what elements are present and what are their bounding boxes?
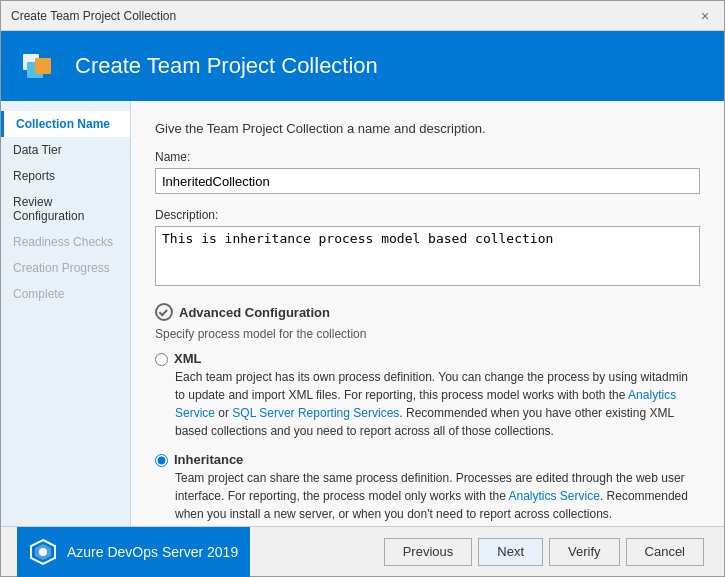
footer-brand-text: Azure DevOps Server 2019 — [67, 544, 238, 560]
sidebar: Collection Name Data Tier Reports Review… — [1, 101, 131, 526]
footer-logo-icon — [29, 538, 57, 566]
svg-rect-2 — [35, 58, 51, 74]
footer: Azure DevOps Server 2019 Previous Next V… — [1, 526, 724, 576]
header-icon — [21, 46, 61, 86]
footer-buttons: Previous Next Verify Cancel — [384, 538, 708, 566]
name-label: Name: — [155, 150, 700, 164]
name-field-group: Name: — [155, 150, 700, 194]
sidebar-item-collection-name[interactable]: Collection Name — [1, 111, 130, 137]
footer-brand-wrap: Azure DevOps Server 2019 — [17, 527, 250, 577]
sql-reporting-link[interactable]: SQL Server Reporting Services — [232, 406, 399, 420]
xml-radio-row: XML — [155, 351, 700, 366]
advanced-config-header[interactable]: Advanced Configuration — [155, 303, 700, 321]
content-heading: Give the Team Project Collection a name … — [155, 121, 700, 136]
content-area: Give the Team Project Collection a name … — [131, 101, 724, 526]
previous-button[interactable]: Previous — [384, 538, 473, 566]
sidebar-item-review-configuration[interactable]: Review Configuration — [1, 189, 130, 229]
sidebar-item-creation-progress: Creation Progress — [1, 255, 130, 281]
inheritance-option: Inheritance Team project can share the s… — [155, 452, 700, 523]
advanced-config-toggle[interactable] — [155, 303, 173, 321]
verify-button[interactable]: Verify — [549, 538, 620, 566]
window-close-button[interactable]: × — [696, 7, 714, 25]
xml-radio[interactable] — [155, 353, 168, 366]
inheritance-radio[interactable] — [155, 454, 168, 467]
header-bar: Create Team Project Collection — [1, 31, 724, 101]
window-title: Create Team Project Collection — [11, 9, 176, 23]
analytics-service-link-inheritance[interactable]: Analytics Service — [509, 489, 600, 503]
xml-label: XML — [174, 351, 201, 366]
next-button[interactable]: Next — [478, 538, 543, 566]
advanced-config-label: Advanced Configuration — [179, 305, 330, 320]
sidebar-item-complete: Complete — [1, 281, 130, 307]
svg-point-5 — [39, 548, 47, 556]
advanced-config-section: Advanced Configuration Specify process m… — [155, 303, 700, 523]
cancel-button[interactable]: Cancel — [626, 538, 704, 566]
header-title: Create Team Project Collection — [75, 53, 378, 79]
title-bar: Create Team Project Collection × — [1, 1, 724, 31]
xml-desc-text-1: Each team project has its own process de… — [175, 370, 688, 402]
xml-option: XML Each team project has its own proces… — [155, 351, 700, 440]
main-content: Collection Name Data Tier Reports Review… — [1, 101, 724, 526]
window: Create Team Project Collection × Create … — [0, 0, 725, 577]
xml-desc-text-2: or — [215, 406, 232, 420]
inheritance-description: Team project can share the same process … — [175, 469, 700, 523]
inheritance-label: Inheritance — [174, 452, 243, 467]
sidebar-item-reports[interactable]: Reports — [1, 163, 130, 189]
description-textarea[interactable]: This is inheritance process model based … — [155, 226, 700, 286]
sidebar-item-readiness-checks: Readiness Checks — [1, 229, 130, 255]
sidebar-item-data-tier[interactable]: Data Tier — [1, 137, 130, 163]
inheritance-radio-row: Inheritance — [155, 452, 700, 467]
description-field-group: Description: This is inheritance process… — [155, 208, 700, 289]
specify-text: Specify process model for the collection — [155, 327, 700, 341]
name-input[interactable] — [155, 168, 700, 194]
xml-description: Each team project has its own process de… — [175, 368, 700, 440]
description-label: Description: — [155, 208, 700, 222]
